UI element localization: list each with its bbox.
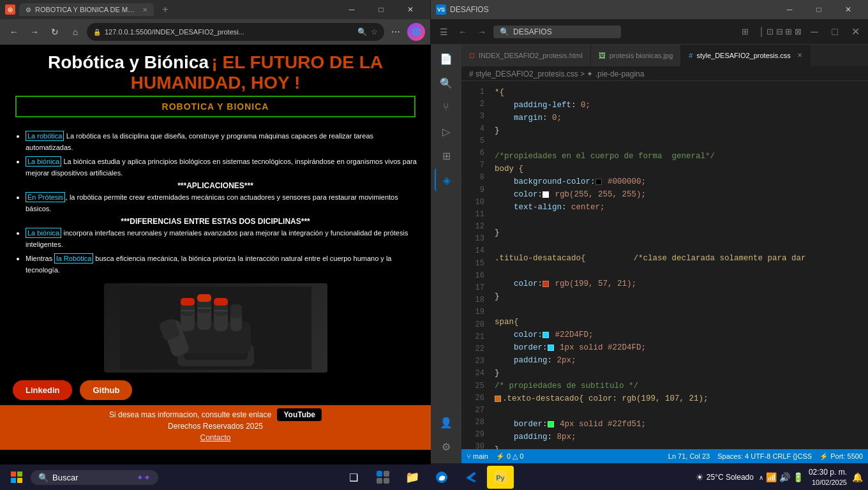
error-count[interactable]: ⚡ 0 △ 0 xyxy=(496,452,523,461)
activity-debug[interactable]: ▷ xyxy=(435,120,458,143)
file-explorer-btn[interactable]: 📁 xyxy=(399,466,426,489)
git-branch[interactable]: ⑂ main xyxy=(467,452,488,460)
vscode-taskbar-btn[interactable] xyxy=(458,466,484,489)
extensions-icon[interactable]: ⋯ xyxy=(387,23,405,41)
activity-search[interactable]: 🔍 xyxy=(435,71,458,94)
edge-icon xyxy=(435,471,448,484)
apps-list: En Prótesis, la robótica permite crear e… xyxy=(13,191,418,214)
bionica-link-2[interactable]: La biónica xyxy=(26,228,61,238)
activity-files[interactable]: 📄 xyxy=(435,47,458,70)
search-icon[interactable]: 🔍 xyxy=(357,27,367,36)
svg-rect-13 xyxy=(230,304,242,318)
svg-rect-21 xyxy=(17,471,22,477)
cursor-position[interactable]: Ln 71, Col 23 xyxy=(668,452,710,460)
line-number: 8 xyxy=(461,172,484,184)
vscode-restore-icon[interactable]: □ xyxy=(827,24,842,40)
svg-rect-23 xyxy=(17,478,22,483)
protesis-link[interactable]: En Prótesis xyxy=(26,192,65,202)
tab-img[interactable]: 🖼 protesis bionicas.jpg xyxy=(591,45,682,66)
robotica-link[interactable]: La robótica xyxy=(26,131,64,141)
code-line: text-align: center; xyxy=(495,201,868,214)
apps-title: ***APLICACIONES*** xyxy=(13,181,418,190)
refresh-btn[interactable]: ↻ xyxy=(46,23,64,41)
vscode-minimize[interactable]: ─ xyxy=(775,0,804,19)
vscode-forward-btn[interactable]: → xyxy=(474,24,490,40)
bionica-link-1[interactable]: La biónica xyxy=(26,156,61,167)
line-number: 16 xyxy=(461,270,484,282)
site-header: Robótica y Biónica ¡ EL FUTURO DE LA HUM… xyxy=(0,45,431,128)
lock-icon: 🔒 xyxy=(93,29,101,36)
css-tab-close[interactable]: ✕ xyxy=(797,52,802,59)
new-tab-btn[interactable]: + xyxy=(158,2,173,17)
widgets-btn[interactable] xyxy=(370,466,396,489)
full-layout: ◎ ⚙ ROBOTICA Y BIONICA DE MEXICO ✕ + ─ □… xyxy=(0,0,868,490)
tray-arrow[interactable]: ∧ xyxy=(759,474,763,481)
taskbar-search[interactable]: 🔍 Buscar ✦✦ xyxy=(31,470,158,485)
vscode-close[interactable]: ✕ xyxy=(834,0,863,19)
code-editor-area[interactable]: 1234567891011121314151617181920212223242… xyxy=(461,81,868,449)
youtube-link[interactable]: YouTube xyxy=(277,408,322,421)
windows-start-btn[interactable] xyxy=(5,466,28,489)
img-tab-icon: 🖼 xyxy=(599,52,606,59)
clock[interactable]: 02:30 p. m. 10/02/2025 xyxy=(809,467,847,487)
site-list: La robótica La robótica es la disciplina… xyxy=(13,130,418,179)
robotica-link-2[interactable]: la Robótica xyxy=(54,253,93,264)
code-line xyxy=(495,239,868,252)
tab-close-icon[interactable]: ✕ xyxy=(142,6,147,13)
line-number: 30 xyxy=(461,441,484,449)
sidebar-toggle[interactable]: ☰ xyxy=(436,24,451,40)
url-text: 127.0.0.1:5500/INDEX_DESAFIO2_protesi... xyxy=(105,28,354,36)
activity-active[interactable]: ◈ xyxy=(435,168,458,191)
port-info[interactable]: ⚡ Port: 5500 xyxy=(819,452,863,461)
line-number: 14 xyxy=(461,245,484,257)
edge-btn[interactable] xyxy=(428,466,455,489)
home-btn[interactable]: ⌂ xyxy=(66,23,84,41)
activity-git[interactable]: ⑂ xyxy=(435,96,458,119)
vscode-taskbar-icon xyxy=(465,471,477,484)
browser-win-controls: ─ □ ✕ xyxy=(337,0,425,19)
activity-accounts[interactable]: 👤 xyxy=(435,411,458,434)
minimize-btn[interactable]: ─ xyxy=(337,0,366,19)
vscode-search-bar[interactable]: 🔍 DESAFIOS xyxy=(493,26,621,38)
tab-css[interactable]: # style_DESAFIO2_protesis.css ✕ xyxy=(681,45,810,66)
forward-btn[interactable]: → xyxy=(26,23,43,41)
address-bar[interactable]: 🔒 127.0.0.1:5500/INDEX_DESAFIO2_protesi.… xyxy=(87,23,384,41)
code-line: } xyxy=(495,124,868,137)
site-title: Robótica y Biónica ¡ EL FUTURO DE LA HUM… xyxy=(13,52,418,93)
vscode-back-btn[interactable]: ← xyxy=(455,24,470,40)
widgets-icon xyxy=(377,471,389,484)
linkedin-btn[interactable]: Linkedin xyxy=(13,380,72,400)
vscode-maximize[interactable]: □ xyxy=(804,0,834,19)
back-btn[interactable]: ← xyxy=(5,23,23,41)
weather-widget[interactable]: ☀ 25°C Soleado xyxy=(696,472,754,482)
github-btn[interactable]: Github xyxy=(80,380,132,400)
python-btn[interactable]: Py xyxy=(487,466,514,489)
profile-icon[interactable]: 🌐 xyxy=(407,23,425,41)
network-icon[interactable]: 📶 xyxy=(766,472,777,482)
volume-icon[interactable]: 🔊 xyxy=(779,472,790,482)
contacto-link[interactable]: Contacto xyxy=(200,433,230,442)
vscode-layout-icon[interactable]: ⊞ xyxy=(736,23,754,41)
taskview-btn[interactable]: ❑ xyxy=(340,466,367,489)
activity-extensions[interactable]: ⊞ xyxy=(435,144,458,167)
notification-btn[interactable]: 🔔 xyxy=(852,472,863,482)
bookmark-icon[interactable]: ☆ xyxy=(371,27,378,36)
close-btn[interactable]: ✕ xyxy=(396,0,425,19)
browser-navbar: ← → ↻ ⌂ 🔒 127.0.0.1:5500/INDEX_DESAFIO2_… xyxy=(0,19,431,45)
line-number: 1 xyxy=(461,86,484,98)
footer-contacto: Contacto xyxy=(13,433,418,442)
battery-icon[interactable]: 🔋 xyxy=(793,472,804,482)
maximize-btn[interactable]: □ xyxy=(366,0,396,19)
tab-html[interactable]: ◻ INDEX_DESAFIO2_protesis.html xyxy=(461,45,591,66)
code-line: padding: 2px; xyxy=(495,354,868,367)
diffs-title: ***DIFERENCIAS ENTRE ESTAS DOS DICIPLINA… xyxy=(13,217,418,226)
encoding-info[interactable]: Spaces: 4 UTF-8 CRLF {}CSS xyxy=(717,452,812,460)
browser-tab-active[interactable]: ⚙ ROBOTICA Y BIONICA DE MEXICO ✕ xyxy=(19,3,154,16)
line-number: 26 xyxy=(461,392,484,405)
activity-settings[interactable]: ⚙ xyxy=(435,435,458,458)
vscode-minimize-icon[interactable]: ─ xyxy=(807,24,822,40)
code-line xyxy=(495,303,868,316)
vscode-close-icon[interactable]: ✕ xyxy=(848,24,863,40)
svg-rect-14 xyxy=(181,298,195,306)
line-number: 17 xyxy=(461,282,484,294)
